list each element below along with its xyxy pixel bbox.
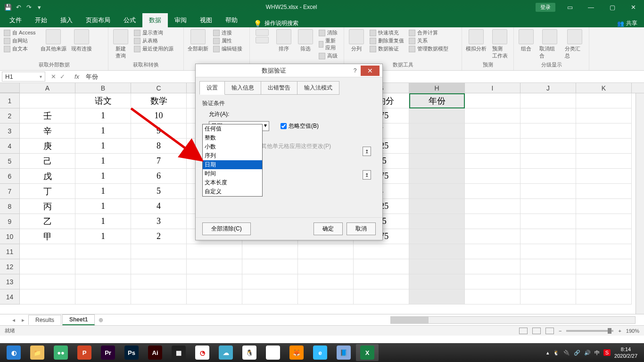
flash-fill[interactable]: 快速填充 (370, 29, 404, 36)
cell[interactable] (576, 108, 632, 123)
col-header-H[interactable]: H (409, 83, 465, 93)
cell[interactable] (520, 93, 576, 108)
range-picker-icon[interactable]: ↥ (363, 170, 371, 180)
cell[interactable] (576, 289, 632, 304)
advanced[interactable]: 高级 (319, 52, 340, 59)
row-header[interactable]: 11 (0, 244, 20, 259)
dialog-help-icon[interactable]: ? (349, 67, 361, 74)
cell[interactable] (465, 274, 520, 289)
taskbar-premiere[interactable]: Pr (97, 344, 119, 361)
cell[interactable] (520, 199, 576, 214)
cell[interactable] (576, 184, 632, 199)
cell[interactable] (75, 274, 131, 289)
redo-icon[interactable]: ↷ (25, 3, 33, 11)
taskbar-explorer[interactable]: 📁 (26, 344, 49, 361)
taskbar-qq[interactable]: 🐧 (238, 344, 261, 361)
ignore-blank-checkbox[interactable]: 忽略空值(B) (281, 122, 319, 130)
clear-filter[interactable]: 清除 (319, 29, 340, 36)
tab-layout[interactable]: 页面布局 (79, 13, 117, 27)
row-header[interactable]: 4 (0, 139, 20, 154)
opt-list[interactable]: 序列 (203, 151, 262, 160)
taskbar-app[interactable]: 📘 (332, 344, 355, 361)
cell[interactable] (465, 244, 520, 259)
tab-data[interactable]: 数据 (142, 13, 168, 27)
remove-dup[interactable]: 删除重复值 (370, 37, 404, 44)
tab-home[interactable]: 开始 (28, 13, 54, 27)
cell[interactable] (520, 274, 576, 289)
tray-volume-icon[interactable]: 🔊 (584, 350, 591, 356)
cell[interactable] (20, 93, 75, 108)
row-header[interactable]: 12 (0, 259, 20, 274)
col-header-C[interactable]: C (131, 83, 187, 93)
cell[interactable] (409, 154, 465, 169)
cell[interactable]: 壬 (20, 108, 75, 123)
opt-decimal[interactable]: 小数 (203, 142, 262, 151)
clear-all-button[interactable]: 全部清除(C) (202, 222, 251, 235)
cell[interactable] (409, 108, 465, 123)
refresh-all[interactable]: 全部刷新 (188, 29, 208, 52)
tab-view[interactable]: 视图 (193, 13, 219, 27)
tray-network-icon[interactable]: 🔗 (574, 350, 580, 356)
share-button[interactable]: 👥 共享 (617, 19, 637, 27)
cell[interactable] (520, 259, 576, 274)
name-box[interactable]: H1▾ (2, 72, 45, 82)
horizontal-scrollbar[interactable] (390, 316, 636, 324)
taskbar-illustrator[interactable]: Ai (144, 344, 166, 361)
cell[interactable] (520, 154, 576, 169)
taskbar-app[interactable]: ◐ (2, 344, 25, 361)
cell[interactable]: 5 (131, 184, 187, 199)
cell[interactable] (20, 259, 75, 274)
cell[interactable] (576, 274, 632, 289)
recent-sources[interactable]: 最近使用的源 (134, 45, 173, 52)
cell[interactable] (465, 169, 520, 184)
dialog-close-icon[interactable]: ✕ (361, 66, 380, 76)
cell[interactable] (576, 199, 632, 214)
cancel-formula-icon[interactable]: ✕ (51, 73, 56, 80)
taskbar-photoshop[interactable]: Ps (120, 344, 143, 361)
ungroup[interactable]: 取消组合 (539, 29, 560, 59)
row-header[interactable]: 5 (0, 154, 20, 169)
cell[interactable] (520, 244, 576, 259)
cell[interactable] (242, 289, 298, 304)
row-header[interactable]: 8 (0, 199, 20, 214)
edit-links[interactable]: 编辑链接 (213, 45, 242, 52)
sort[interactable]: 排序 (275, 29, 292, 52)
cell[interactable] (187, 274, 242, 289)
cell[interactable] (465, 229, 520, 244)
cell[interactable] (465, 93, 520, 108)
cell[interactable] (520, 184, 576, 199)
cell[interactable] (465, 259, 520, 274)
cell[interactable] (465, 108, 520, 123)
cell[interactable] (576, 123, 632, 139)
from-other[interactable]: 自其他来源 (41, 29, 66, 52)
cell[interactable] (242, 274, 298, 289)
text-to-columns[interactable]: 分列 (348, 29, 365, 52)
dialog-tab-error[interactable]: 出错警告 (261, 81, 297, 95)
row-header[interactable]: 1 (0, 93, 20, 108)
cell[interactable]: 1 (75, 123, 131, 139)
taskbar-firefox[interactable]: 🦊 (285, 344, 308, 361)
col-header-A[interactable]: A (20, 83, 75, 93)
cell[interactable] (409, 259, 465, 274)
from-web[interactable]: 自网站 (4, 37, 36, 44)
dialog-tab-settings[interactable]: 设置 (199, 81, 225, 95)
col-header-B[interactable]: B (75, 83, 131, 93)
cell[interactable]: 1 (75, 229, 131, 244)
cell[interactable] (520, 169, 576, 184)
cell[interactable]: 语文 (75, 93, 131, 108)
taskbar-app[interactable]: ◔ (191, 344, 214, 361)
cell[interactable] (298, 259, 354, 274)
range-picker-icon[interactable]: ↥ (363, 147, 371, 156)
sheet-nav-prev[interactable]: ◂ (9, 317, 18, 323)
cell[interactable]: 乙 (20, 214, 75, 229)
fx-icon[interactable]: fx (71, 73, 83, 80)
cell[interactable] (354, 289, 409, 304)
cell[interactable] (20, 244, 75, 259)
taskbar-app[interactable]: ☁ (215, 344, 237, 361)
consolidate[interactable]: 合并计算 (409, 29, 448, 36)
cell[interactable]: 6 (131, 169, 187, 184)
dialog-tab-ime[interactable]: 输入法模式 (297, 81, 339, 95)
cell[interactable]: 1 (75, 139, 131, 154)
cell[interactable]: 8 (131, 139, 187, 154)
login-button[interactable]: 登录 (536, 3, 555, 12)
